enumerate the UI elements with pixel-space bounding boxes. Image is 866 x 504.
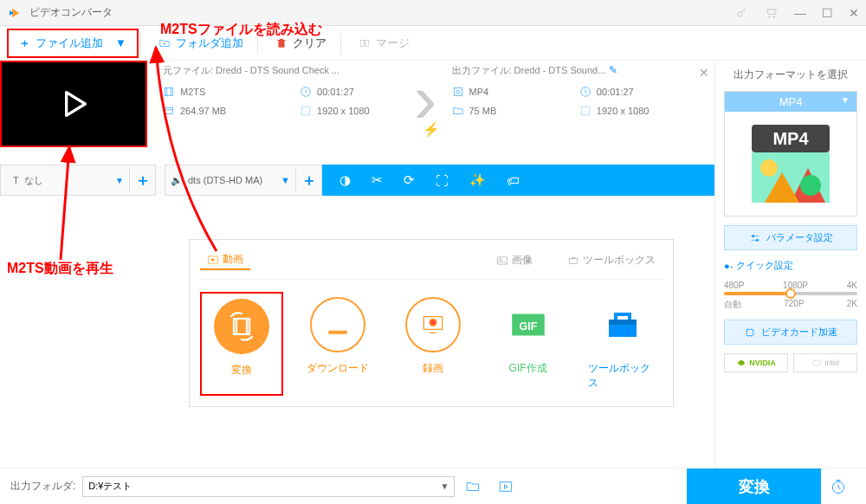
svg-point-8	[456, 90, 460, 94]
output-file-label: 出力ファイル: Dredd - DTS Sound...	[452, 65, 606, 75]
dropdown-icon: ▼	[115, 176, 124, 185]
video-thumbnail[interactable]	[0, 61, 147, 147]
divider	[140, 33, 141, 54]
src-size: 264.97 MB	[180, 106, 226, 116]
audio-value: dts (DTS-HD MA)	[188, 175, 262, 185]
parameter-settings-button[interactable]: パラメータ設定	[724, 225, 857, 250]
intel-icon	[811, 358, 822, 368]
nvidia-icon	[736, 358, 746, 368]
module-convert[interactable]: 変換	[200, 292, 283, 396]
record-icon	[419, 311, 447, 339]
divider	[340, 33, 341, 54]
bottom-bar: 出力フォルダ: D:¥テスト ▼ 変換	[0, 468, 866, 504]
toolbox-icon	[567, 255, 579, 267]
output-folder-input[interactable]: D:¥テスト ▼	[82, 476, 455, 497]
svg-rect-3	[165, 87, 172, 95]
output-format-panel: 出力フォーマットを選択 MP4▼ MP4 パラメータ設定 ●-クイック設定	[714, 61, 866, 468]
add-folder-button[interactable]: フォルダ追加	[146, 30, 255, 56]
convert-button[interactable]: 変換	[687, 468, 821, 505]
module-download[interactable]: ダウンロード	[299, 292, 378, 396]
module-gif[interactable]: GIF GIF作成	[488, 292, 568, 396]
output-format-title: 出力フォーマットを選択	[724, 68, 857, 82]
svg-rect-14	[569, 258, 577, 263]
edit-filename-button[interactable]: ✎	[609, 64, 617, 76]
edit-toolbar: ◑ ✂ ⟳ ⛶ ✨ 🏷	[322, 165, 714, 196]
app-title: ビデオコンバータ	[29, 5, 735, 20]
resolution-icon	[579, 105, 591, 117]
add-subtitle-button[interactable]: ＋	[129, 168, 155, 192]
svg-rect-7	[454, 87, 462, 95]
add-folder-label: フォルダ追加	[176, 36, 243, 51]
add-file-button[interactable]: ＋ ファイル追加 ▼	[7, 29, 139, 58]
merge-button[interactable]: マージ	[346, 30, 422, 56]
src-format: M2TS	[180, 87, 205, 97]
slider-thumb[interactable]	[785, 288, 796, 299]
speaker-icon: 🔈	[171, 175, 183, 186]
format-selector[interactable]: MP4▼ MP4	[724, 91, 857, 216]
module-record[interactable]: 録画	[393, 292, 473, 396]
out-size: 75 MB	[469, 106, 497, 116]
output-folder-label: 出力フォルダ:	[10, 479, 75, 494]
trim-button[interactable]: ✂	[372, 172, 383, 188]
add-audio-button[interactable]: ＋	[295, 168, 321, 192]
crop-button[interactable]: ⛶	[436, 173, 449, 188]
src-res: 1920 x 1080	[317, 106, 370, 116]
svg-rect-21	[609, 320, 637, 325]
enhance-button[interactable]: ✨	[469, 172, 486, 188]
hardware-accel-icon: ⚡	[423, 121, 440, 138]
resolution-slider[interactable]: 480P1080P4K 自動720P2K	[724, 281, 857, 311]
app-logo-icon	[7, 5, 23, 21]
clear-button[interactable]: クリア	[263, 30, 339, 56]
close-button[interactable]: ✕	[849, 6, 859, 20]
minimize-button[interactable]: —	[794, 6, 806, 20]
folder-plus-icon	[158, 37, 171, 49]
merge-label: マージ	[376, 36, 410, 51]
sliders-icon	[749, 232, 761, 244]
schedule-button[interactable]	[821, 478, 856, 495]
svg-rect-31	[501, 481, 513, 491]
add-file-label: ファイル追加	[36, 36, 103, 51]
svg-point-26	[800, 175, 821, 196]
format-icon	[452, 86, 464, 98]
tab-video[interactable]: 動画	[200, 250, 250, 270]
nvidia-badge: NVIDIA	[724, 353, 788, 372]
out-format: MP4	[469, 87, 489, 97]
clear-label: クリア	[293, 36, 326, 51]
dropdown-icon: ▼	[115, 36, 126, 49]
svg-rect-6	[301, 107, 309, 114]
tab-toolbox[interactable]: ツールボックス	[560, 250, 662, 270]
svg-point-17	[430, 319, 436, 326]
format-value: MP4	[779, 95, 803, 108]
license-icon[interactable]	[735, 6, 749, 20]
intel-badge: Intel	[793, 353, 857, 372]
audio-dropdown[interactable]: 🔈 dts (DTS-HD MA) ▼	[165, 168, 295, 192]
briefcase-icon	[602, 304, 643, 346]
svg-rect-5	[165, 108, 172, 114]
size-icon	[163, 105, 175, 117]
trash-icon	[275, 37, 288, 49]
chip-icon	[744, 326, 756, 339]
file-item: ✕ › ⚡ 元ファイル: Dredd - DTS Sound Check ...…	[0, 61, 714, 165]
maximize-button[interactable]: ☐	[822, 6, 833, 20]
convert-icon	[226, 311, 257, 342]
dropdown-icon: ▼	[841, 95, 850, 105]
cart-icon[interactable]	[765, 6, 779, 20]
svg-point-28	[756, 239, 758, 241]
clock-icon	[300, 86, 312, 98]
dropdown-icon: ▼	[440, 481, 449, 491]
tab-image[interactable]: 画像	[489, 250, 540, 270]
svg-rect-10	[581, 107, 589, 114]
format-icon	[163, 86, 175, 98]
module-toolbox[interactable]: ツールボックス	[583, 292, 662, 396]
merge-icon	[359, 37, 371, 49]
open-folder-button[interactable]	[465, 479, 481, 494]
rotate-button[interactable]: ⟳	[404, 172, 415, 188]
snapshot-folder-button[interactable]	[498, 479, 514, 494]
subtitle-dropdown[interactable]: T なし ▼	[8, 168, 129, 192]
out-res: 1920 x 1080	[597, 106, 650, 116]
svg-text:MP4: MP4	[772, 129, 809, 148]
gpu-accel-button[interactable]: ビデオカード加速	[724, 320, 857, 345]
effect-button[interactable]: ◑	[339, 172, 351, 188]
watermark-button[interactable]: 🏷	[507, 173, 520, 188]
download-icon	[324, 311, 352, 339]
